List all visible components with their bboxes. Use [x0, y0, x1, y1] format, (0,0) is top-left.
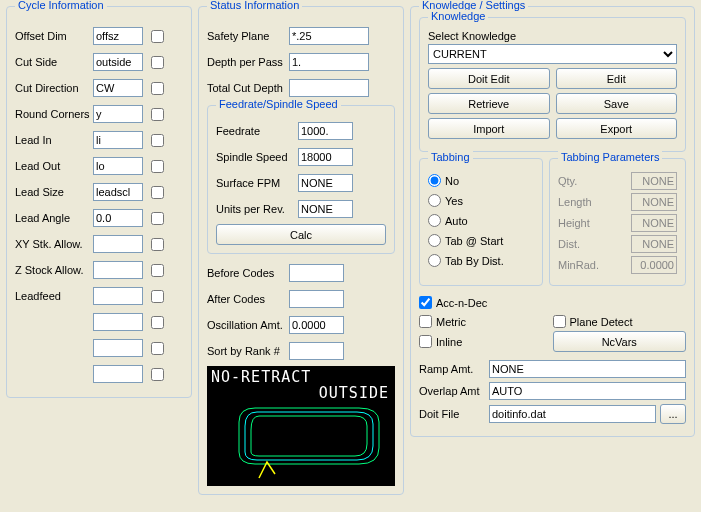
osc-input[interactable]	[289, 316, 344, 334]
total-input[interactable]	[289, 79, 369, 97]
cut-dir-input[interactable]	[93, 79, 143, 97]
round-check[interactable]	[151, 108, 164, 121]
upr-input[interactable]	[298, 200, 353, 218]
spindle-label: Spindle Speed	[216, 151, 298, 163]
tab-yes-radio[interactable]	[428, 194, 441, 207]
browse-button[interactable]: ...	[660, 404, 686, 424]
round-label: Round Corners	[15, 108, 93, 120]
safety-input[interactable]	[289, 27, 369, 45]
after-input[interactable]	[289, 290, 344, 308]
acc-label: Acc-n-Dec	[436, 297, 487, 309]
ramp-input[interactable]	[489, 360, 686, 378]
lead-size-check[interactable]	[151, 186, 164, 199]
z-label: Z Stock Allow.	[15, 264, 93, 276]
tabbing-params-group: Tabbing Parameters Qty. Length Height Di…	[549, 158, 686, 286]
inline-check[interactable]	[419, 335, 432, 348]
lead-angle-check[interactable]	[151, 212, 164, 225]
status-title: Status Information	[207, 0, 302, 11]
blank13-input[interactable]	[93, 339, 143, 357]
calc-button[interactable]: Calc	[216, 224, 386, 245]
import-button[interactable]: Import	[428, 118, 550, 139]
round-input[interactable]	[93, 105, 143, 123]
preview-graphic	[207, 396, 395, 486]
tab-title: Tabbing	[428, 151, 473, 163]
lead-in-check[interactable]	[151, 134, 164, 147]
blank14-input[interactable]	[93, 365, 143, 383]
before-input[interactable]	[289, 264, 344, 282]
plane-label: Plane Detect	[570, 316, 633, 328]
xy-label: XY Stk. Allow.	[15, 238, 93, 250]
lead-out-check[interactable]	[151, 160, 164, 173]
overlap-input[interactable]	[489, 382, 686, 400]
lead-in-input[interactable]	[93, 131, 143, 149]
tab-auto-radio[interactable]	[428, 214, 441, 227]
lead-out-label: Lead Out	[15, 160, 93, 172]
safety-label: Safety Plane	[207, 30, 289, 42]
sort-input[interactable]	[289, 342, 344, 360]
blank12-input[interactable]	[93, 313, 143, 331]
total-label: Total Cut Depth	[207, 82, 289, 94]
depth-input[interactable]	[289, 53, 369, 71]
lead-out-input[interactable]	[93, 157, 143, 175]
preview-line1: NO-RETRACT	[211, 368, 311, 386]
tab-dist-label: Tab By Dist.	[445, 255, 504, 267]
xy-check[interactable]	[151, 238, 164, 251]
depth-label: Depth per Pass	[207, 56, 289, 68]
blank12-check[interactable]	[151, 316, 164, 329]
cut-dir-label: Cut Direction	[15, 82, 93, 94]
metric-check[interactable]	[419, 315, 432, 328]
hgt-label: Height	[558, 217, 590, 229]
tab-dist-radio[interactable]	[428, 254, 441, 267]
save-button[interactable]: Save	[556, 93, 678, 114]
cut-side-input[interactable]	[93, 53, 143, 71]
lead-size-label: Lead Size	[15, 186, 93, 198]
tab-start-label: Tab @ Start	[445, 235, 503, 247]
export-button[interactable]: Export	[556, 118, 678, 139]
offset-dim-label: Offset Dim	[15, 30, 93, 42]
edit-button[interactable]: Edit	[556, 68, 678, 89]
tab-auto-label: Auto	[445, 215, 468, 227]
feedrate-input[interactable]	[298, 122, 353, 140]
lead-angle-input[interactable]	[93, 209, 143, 227]
doit-edit-button[interactable]: Doit Edit	[428, 68, 550, 89]
xy-input[interactable]	[93, 235, 143, 253]
plane-check[interactable]	[553, 315, 566, 328]
acc-check[interactable]	[419, 296, 432, 309]
k-title: Knowledge	[428, 10, 488, 22]
len-input	[631, 193, 677, 211]
doit-input[interactable]	[489, 405, 656, 423]
metric-label: Metric	[436, 316, 466, 328]
sfpm-input[interactable]	[298, 174, 353, 192]
tab-no-label: No	[445, 175, 459, 187]
tab-no-radio[interactable]	[428, 174, 441, 187]
fs-title: Feedrate/Spindle Speed	[216, 98, 341, 110]
lead-in-label: Lead In	[15, 134, 93, 146]
dist-input	[631, 235, 677, 253]
cut-side-check[interactable]	[151, 56, 164, 69]
tp-title: Tabbing Parameters	[558, 151, 662, 163]
retrieve-button[interactable]: Retrieve	[428, 93, 550, 114]
lead-size-input[interactable]	[93, 183, 143, 201]
cycle-information-group: Cycle Information Offset Dim Cut Side Cu…	[6, 6, 192, 398]
spindle-input[interactable]	[298, 148, 353, 166]
leadfeed-check[interactable]	[151, 290, 164, 303]
tab-start-radio[interactable]	[428, 234, 441, 247]
knowledge-select[interactable]: CURRENT	[428, 44, 677, 64]
knowledge-settings-group: Knowledge / Settings Knowledge Select Kn…	[410, 6, 695, 437]
tabbing-group: Tabbing No Yes Auto Tab @ Start Tab By D…	[419, 158, 543, 286]
z-check[interactable]	[151, 264, 164, 277]
offset-dim-check[interactable]	[151, 30, 164, 43]
feedrate-group: Feedrate/Spindle Speed Feedrate Spindle …	[207, 105, 395, 254]
feedrate-label: Feedrate	[216, 125, 298, 137]
z-input[interactable]	[93, 261, 143, 279]
leadfeed-input[interactable]	[93, 287, 143, 305]
osc-label: Oscillation Amt.	[207, 319, 289, 331]
cut-dir-check[interactable]	[151, 82, 164, 95]
lead-angle-label: Lead Angle	[15, 212, 93, 224]
inline-label: Inline	[436, 336, 462, 348]
tab-yes-label: Yes	[445, 195, 463, 207]
ncvars-button[interactable]: NcVars	[553, 331, 687, 352]
blank13-check[interactable]	[151, 342, 164, 355]
offset-dim-input[interactable]	[93, 27, 143, 45]
blank14-check[interactable]	[151, 368, 164, 381]
